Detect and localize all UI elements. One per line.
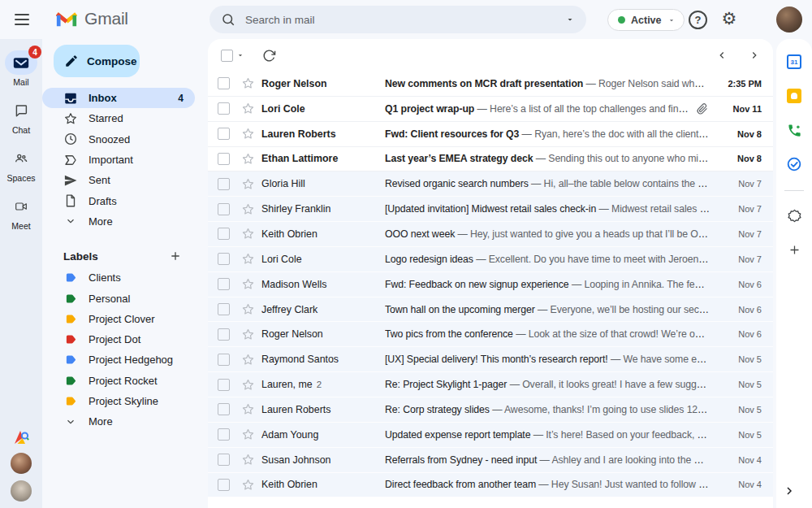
refresh-icon[interactable] bbox=[262, 49, 276, 63]
email-row[interactable]: Keith ObrienDirect feedback from another… bbox=[208, 473, 773, 498]
email-checkbox[interactable] bbox=[218, 153, 230, 165]
star-icon[interactable] bbox=[240, 102, 255, 115]
email-checkbox[interactable] bbox=[218, 102, 230, 115]
email-checkbox[interactable] bbox=[218, 77, 230, 89]
compose-button[interactable]: Compose bbox=[54, 45, 140, 77]
email-row[interactable]: Lori ColeQ1 project wrap-up — Here’s a l… bbox=[208, 97, 773, 122]
star-icon[interactable] bbox=[240, 478, 255, 492]
email-checkbox[interactable] bbox=[218, 128, 230, 140]
email-checkbox[interactable] bbox=[218, 303, 230, 315]
sidebar-item-inbox[interactable]: Inbox4 bbox=[42, 88, 195, 108]
email-row[interactable]: Keith ObrienOOO next week — Hey, just wa… bbox=[208, 222, 773, 247]
expand-side-panel-icon[interactable] bbox=[783, 484, 796, 500]
email-row[interactable]: Shirley Franklin[Updated invitation] Mid… bbox=[208, 197, 773, 222]
star-icon[interactable] bbox=[240, 277, 255, 291]
create-label-icon[interactable] bbox=[169, 250, 182, 263]
status-chip[interactable]: Active bbox=[607, 9, 685, 31]
label-item-personal[interactable]: Personal bbox=[42, 288, 195, 308]
star-icon[interactable] bbox=[240, 152, 255, 166]
label-item-more[interactable]: More bbox=[42, 411, 195, 432]
email-checkbox[interactable] bbox=[218, 379, 230, 391]
select-all-checkbox[interactable] bbox=[221, 50, 233, 62]
search-options-caret-icon[interactable] bbox=[565, 15, 575, 24]
email-row[interactable]: Lauren RobertsRe: Corp strategy slides —… bbox=[208, 397, 773, 423]
gear-icon[interactable]: ⚙ bbox=[718, 7, 741, 30]
label-item-project-dot[interactable]: Project Dot bbox=[42, 329, 195, 350]
star-icon[interactable] bbox=[240, 402, 255, 416]
star-icon[interactable] bbox=[240, 328, 255, 341]
label-item-clients[interactable]: Clients bbox=[42, 267, 195, 288]
contact-avatar-2[interactable] bbox=[11, 480, 32, 501]
sidebar-item-drafts[interactable]: Drafts bbox=[42, 190, 195, 211]
email-row[interactable]: Madison WellsFwd: Feedback on new signup… bbox=[208, 272, 773, 297]
label-item-project-hedgehog[interactable]: Project Hedgehog bbox=[42, 350, 195, 370]
keep-icon[interactable] bbox=[783, 85, 806, 107]
email-checkbox[interactable] bbox=[218, 178, 230, 190]
contact-avatar-1[interactable] bbox=[11, 453, 32, 474]
tasks-icon[interactable] bbox=[783, 153, 806, 176]
main-menu-icon[interactable] bbox=[11, 8, 33, 31]
star-icon[interactable] bbox=[240, 252, 255, 266]
sidebar-item-starred[interactable]: Starred bbox=[42, 108, 195, 128]
email-checkbox[interactable] bbox=[218, 479, 230, 491]
star-icon[interactable] bbox=[240, 177, 255, 191]
sidebar-item-sent[interactable]: Sent bbox=[42, 170, 195, 190]
email-row[interactable]: Adam YoungUpdated expense report templat… bbox=[208, 423, 773, 448]
search-bar[interactable] bbox=[209, 6, 586, 33]
apps-grid-icon[interactable] bbox=[749, 10, 768, 29]
star-icon[interactable] bbox=[240, 453, 255, 467]
email-checkbox[interactable] bbox=[218, 328, 230, 341]
clock-icon bbox=[63, 132, 78, 146]
email-checkbox[interactable] bbox=[218, 454, 230, 466]
star-icon[interactable] bbox=[240, 302, 255, 316]
email-checkbox[interactable] bbox=[218, 203, 230, 215]
star-icon[interactable] bbox=[240, 127, 255, 141]
star-icon[interactable] bbox=[240, 378, 255, 392]
label-item-project-clover[interactable]: Project Clover bbox=[42, 309, 195, 329]
star-icon[interactable] bbox=[240, 227, 255, 241]
email-row[interactable]: Susan JohnsonReferrals from Sydney - nee… bbox=[208, 448, 773, 473]
rail-item-meet[interactable]: Meet bbox=[0, 194, 42, 231]
email-row[interactable]: Raymond Santos[UX] Special delivery! Thi… bbox=[208, 347, 773, 372]
email-row[interactable]: Roger NelsonNew comments on MCR draft pr… bbox=[208, 72, 773, 97]
addon-icon[interactable] bbox=[783, 204, 806, 227]
search-input[interactable] bbox=[245, 14, 555, 26]
star-icon[interactable] bbox=[240, 202, 255, 216]
email-checkbox[interactable] bbox=[218, 228, 230, 240]
email-row[interactable]: Lauren RobertsFwd: Client resources for … bbox=[208, 122, 773, 147]
voice-icon[interactable] bbox=[783, 119, 806, 141]
email-snippet: — Sending this out to anyone who missed.… bbox=[533, 153, 710, 164]
email-checkbox[interactable] bbox=[218, 403, 230, 415]
sidebar-item-snoozed[interactable]: Snoozed bbox=[42, 129, 195, 150]
star-icon[interactable] bbox=[240, 76, 255, 90]
email-row[interactable]: Lauren, me2Re: Project Skylight 1-pager … bbox=[208, 372, 773, 397]
email-checkbox[interactable] bbox=[218, 354, 230, 366]
sidebar-item-important[interactable]: Important bbox=[42, 150, 195, 170]
email-checkbox[interactable] bbox=[218, 278, 230, 290]
star-icon[interactable] bbox=[240, 428, 255, 441]
account-avatar[interactable] bbox=[776, 7, 802, 33]
older-page-icon[interactable] bbox=[749, 50, 760, 61]
rail-item-chat[interactable]: Chat bbox=[0, 98, 42, 135]
label-item-project-rocket[interactable]: Project Rocket bbox=[42, 371, 195, 391]
email-snippet: — We have some exciting... bbox=[608, 354, 710, 365]
star-icon[interactable] bbox=[240, 353, 255, 367]
newer-page-icon[interactable] bbox=[716, 50, 728, 61]
search-icon[interactable] bbox=[221, 12, 235, 27]
rail-item-spaces[interactable]: Spaces bbox=[0, 146, 42, 183]
rail-item-mail[interactable]: 4Mail bbox=[0, 50, 42, 87]
email-row[interactable]: Roger NelsonTwo pics from the conference… bbox=[208, 322, 773, 347]
calendar-icon[interactable]: 31 bbox=[783, 50, 806, 73]
email-subject: Referrals from Sydney - need input bbox=[385, 454, 537, 466]
get-addons-icon[interactable] bbox=[783, 238, 806, 261]
email-row[interactable]: Jeffrey ClarkTown hall on the upcoming m… bbox=[208, 297, 773, 323]
email-row[interactable]: Lori ColeLogo redesign ideas — Excellent… bbox=[208, 247, 773, 272]
label-item-project-skyline[interactable]: Project Skyline bbox=[42, 391, 195, 411]
email-checkbox[interactable] bbox=[218, 253, 230, 265]
email-checkbox[interactable] bbox=[218, 428, 230, 441]
email-row[interactable]: Gloria HillRevised organic search number… bbox=[208, 172, 773, 197]
select-caret-icon[interactable] bbox=[236, 51, 244, 59]
email-row[interactable]: Ethan LattimoreLast year’s EMEA strategy… bbox=[208, 147, 773, 172]
sidebar-item-more[interactable]: More bbox=[42, 211, 195, 232]
help-icon[interactable]: ? bbox=[689, 11, 707, 29]
